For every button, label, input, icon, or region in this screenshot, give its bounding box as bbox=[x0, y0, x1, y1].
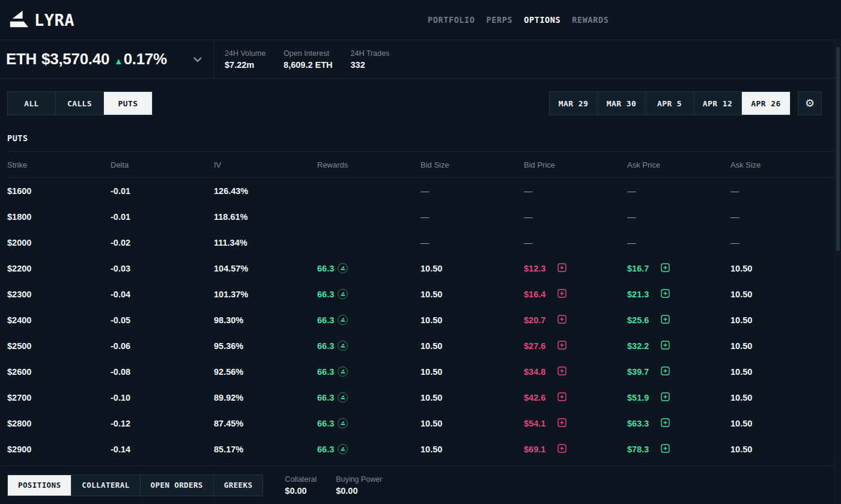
ask-price-value[interactable]: $32.2 bbox=[627, 341, 650, 351]
bid-price-value[interactable]: $42.6 bbox=[524, 393, 547, 402]
table-row: $1800-0.01118.61%———— bbox=[7, 204, 834, 229]
strike-cell: $2300 bbox=[7, 290, 111, 299]
vertical-scrollbar[interactable] bbox=[834, 40, 841, 504]
tab-expiry-apr-26[interactable]: APR 26 bbox=[742, 92, 790, 115]
table-body: $1600-0.01126.43%————$1800-0.01118.61%——… bbox=[7, 178, 834, 462]
stat-value: $0.00 bbox=[336, 486, 382, 496]
ask-size-cell: 10.50 bbox=[730, 367, 834, 377]
bid-price-value[interactable]: $54.1 bbox=[524, 419, 547, 428]
delta-cell: -0.04 bbox=[111, 290, 214, 299]
rewards-cell: 66.3 bbox=[317, 392, 421, 402]
bid-size-empty: — bbox=[421, 212, 524, 222]
bid-price-cell: — bbox=[524, 186, 627, 196]
ask-price-value[interactable]: $16.7 bbox=[627, 264, 650, 273]
nav-item-rewards[interactable]: REWARDS bbox=[572, 15, 609, 25]
table-row: $2900-0.1485.17%66.310.50$69.1$78.310.50 bbox=[7, 436, 834, 462]
delta-cell: -0.01 bbox=[111, 212, 214, 222]
plus-icon bbox=[661, 366, 670, 377]
bid-price-add-button[interactable] bbox=[557, 366, 566, 377]
table-row: $2400-0.0598.30%66.310.50$20.7$25.610.50 bbox=[7, 307, 834, 333]
strike-cell: $2800 bbox=[7, 419, 111, 428]
bid-price-add-button[interactable] bbox=[557, 444, 566, 455]
iv-cell: 101.37% bbox=[214, 290, 317, 299]
tab-collateral[interactable]: COLLATERAL bbox=[71, 475, 140, 496]
bid-price-add-button[interactable] bbox=[557, 315, 566, 326]
tab-expiry-mar-30[interactable]: MAR 30 bbox=[598, 92, 646, 115]
bid-price-add-button[interactable] bbox=[557, 392, 566, 403]
ask-price-add-button[interactable] bbox=[661, 289, 670, 300]
ask-price-value[interactable]: $21.3 bbox=[627, 290, 650, 299]
account-stat: Buying Power$0.00 bbox=[336, 475, 382, 496]
bid-price-value[interactable]: $20.7 bbox=[524, 315, 547, 325]
ask-price-add-button[interactable] bbox=[661, 341, 670, 351]
strike-cell: $2200 bbox=[7, 264, 111, 273]
ask-price-cell: — bbox=[627, 212, 730, 222]
tab-expiry-apr-12[interactable]: APR 12 bbox=[694, 92, 742, 115]
ask-price-value[interactable]: $39.7 bbox=[627, 367, 650, 377]
tab-positions[interactable]: POSITIONS bbox=[8, 475, 71, 496]
rewards-cell: 66.3 bbox=[317, 366, 421, 377]
plus-icon bbox=[557, 315, 566, 326]
bid-price-add-button[interactable] bbox=[557, 418, 566, 429]
ask-price-value[interactable]: $51.9 bbox=[627, 393, 650, 402]
stat-label: Buying Power bbox=[336, 475, 382, 484]
lyra-logo-icon bbox=[7, 9, 30, 31]
strike-cell: $2600 bbox=[7, 367, 111, 377]
rewards-badge-icon bbox=[338, 315, 348, 325]
bid-price-value[interactable]: $12.3 bbox=[524, 264, 547, 273]
bid-price-value[interactable]: $27.6 bbox=[524, 341, 547, 351]
bid-price-add-button[interactable] bbox=[557, 289, 566, 300]
ask-price-value[interactable]: $25.6 bbox=[627, 315, 650, 325]
rewards-value: 66.3 bbox=[317, 264, 334, 273]
ask-price-add-button[interactable] bbox=[661, 392, 670, 403]
plus-icon bbox=[557, 289, 566, 300]
tab-open-orders[interactable]: OPEN ORDERS bbox=[141, 475, 214, 496]
ask-price-cell: $21.3 bbox=[627, 289, 730, 300]
bid-price-value[interactable]: $69.1 bbox=[524, 445, 547, 454]
tab-calls[interactable]: CALLS bbox=[56, 92, 104, 115]
chevron-down-icon bbox=[193, 54, 202, 65]
ask-price-empty: — bbox=[627, 186, 636, 196]
market-stat: 24H Trades332 bbox=[351, 49, 390, 70]
tab-greeks[interactable]: GREEKS bbox=[214, 475, 263, 496]
ask-price-add-button[interactable] bbox=[661, 418, 670, 429]
rewards-badge-icon bbox=[338, 366, 348, 377]
rewards-value: 66.3 bbox=[317, 315, 334, 325]
ask-size-cell: 10.50 bbox=[730, 393, 834, 402]
nav-item-options[interactable]: OPTIONS bbox=[524, 15, 560, 25]
ask-price-add-button[interactable] bbox=[661, 444, 670, 455]
ask-price-value[interactable]: $63.3 bbox=[627, 419, 650, 428]
bid-size-cell: 10.50 bbox=[421, 419, 524, 428]
plus-icon bbox=[557, 392, 566, 403]
bid-price-value[interactable]: $34.8 bbox=[524, 367, 547, 377]
bid-size-cell: 10.50 bbox=[421, 393, 524, 402]
bid-price-empty: — bbox=[524, 186, 533, 196]
ask-price-add-button[interactable] bbox=[661, 263, 670, 274]
bid-price-cell: $54.1 bbox=[524, 418, 627, 429]
tab-all[interactable]: ALL bbox=[8, 92, 56, 115]
table-header-row: StrikeDeltaIVRewardsBid SizeBid PriceAsk… bbox=[7, 151, 834, 178]
market-selector[interactable]: ETH $3,570.40 ▲ 0.17% bbox=[0, 40, 214, 78]
bid-price-value[interactable]: $16.4 bbox=[524, 290, 547, 299]
ask-price-value[interactable]: $78.3 bbox=[627, 445, 650, 454]
tab-expiry-mar-29[interactable]: MAR 29 bbox=[550, 92, 598, 115]
bid-price-add-button[interactable] bbox=[557, 341, 566, 351]
bid-price-cell: $16.4 bbox=[524, 289, 627, 300]
tab-puts[interactable]: PUTS bbox=[104, 92, 152, 115]
ask-price-add-button[interactable] bbox=[661, 315, 670, 326]
bid-price-add-button[interactable] bbox=[557, 263, 566, 274]
ask-price-add-button[interactable] bbox=[661, 366, 670, 377]
nav-item-perps[interactable]: PERPS bbox=[487, 15, 513, 25]
ask-size-cell: 10.50 bbox=[730, 290, 834, 299]
column-header-delta: Delta bbox=[111, 160, 214, 169]
settings-button[interactable]: ⚙ bbox=[798, 91, 822, 115]
scrollbar-thumb[interactable] bbox=[836, 47, 840, 251]
lyra-logo[interactable]: LYRA bbox=[7, 9, 74, 31]
ask-price-cell: — bbox=[627, 186, 730, 196]
rewards-cell: 66.3 bbox=[317, 444, 421, 454]
delta-cell: -0.01 bbox=[111, 186, 214, 196]
tab-expiry-apr-5[interactable]: APR 5 bbox=[646, 92, 694, 115]
nav-item-portfolio[interactable]: PORTFOLIO bbox=[428, 15, 475, 25]
market-price-line: ETH $3,570.40 ▲ 0.17% bbox=[6, 50, 167, 68]
stat-label: Open Interest bbox=[284, 49, 332, 58]
